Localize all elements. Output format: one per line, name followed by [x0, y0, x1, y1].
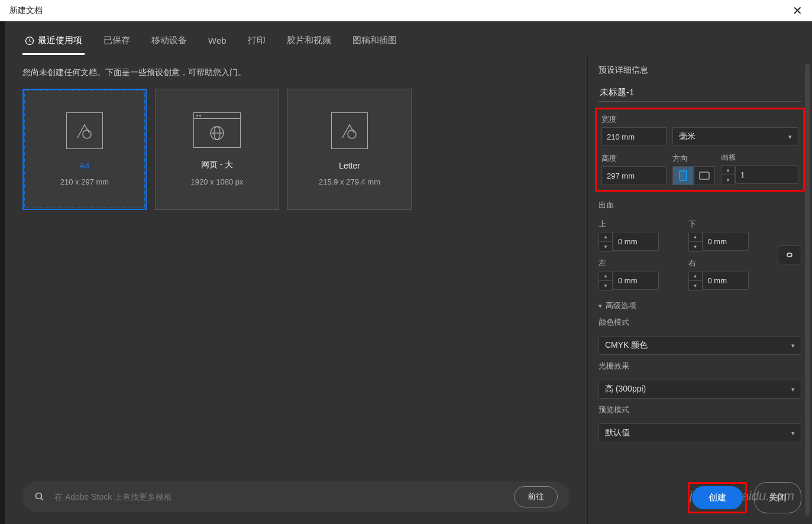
bleed-top-stepper[interactable]: ▲▼	[599, 232, 613, 252]
highlight-dimensions: 宽度 毫米 ▾ 高度 方向	[595, 108, 805, 192]
browser-icon	[193, 112, 241, 148]
link-bleed-button[interactable]	[778, 245, 801, 264]
preset-letter[interactable]: Letter 215.9 x 279.4 mm	[287, 89, 412, 210]
svg-rect-8	[680, 171, 687, 180]
tab-recent[interactable]: 最近使用项	[22, 30, 85, 55]
svg-point-1	[83, 130, 91, 138]
chevron-down-icon: ▾	[791, 386, 795, 393]
bleed-top-input[interactable]	[613, 232, 659, 251]
tab-label: 最近使用项	[38, 35, 82, 46]
bleed-right-input[interactable]	[703, 271, 749, 290]
preset-details-panel: 预设详细信息 宽度 毫米 ▾ 高度	[587, 56, 812, 524]
doc-icon	[66, 112, 103, 149]
preset-a4[interactable]: A4 210 x 297 mm	[22, 89, 147, 210]
chevron-down-icon: ▾	[791, 429, 795, 437]
window-title: 新建文档	[9, 5, 43, 16]
bleed-left-label: 左	[599, 258, 680, 269]
titlebar: 新建文档 ✕	[0, 0, 812, 21]
color-mode-label: 颜色模式	[599, 317, 801, 328]
tab-label: 胶片和视频	[287, 35, 331, 46]
tab-label: 已保存	[103, 35, 130, 46]
bleed-right-label: 右	[688, 258, 770, 269]
step-down[interactable]: ▼	[722, 175, 735, 185]
preset-area: 您尚未创建任何文档。下面是一些预设创意，可帮助您入门。 A4 210 x 297…	[5, 56, 587, 524]
svg-point-5	[348, 130, 356, 138]
bleed-top-label: 上	[599, 219, 680, 229]
tab-mobile[interactable]: 移动设备	[149, 30, 189, 55]
bleed-bottom-label: 下	[688, 219, 770, 229]
search-icon	[34, 491, 45, 502]
document-name-input[interactable]	[599, 84, 801, 102]
close-icon[interactable]: ✕	[792, 4, 803, 18]
step-up[interactable]: ▲	[722, 166, 735, 175]
height-input[interactable]	[601, 166, 667, 185]
preset-name: A4	[79, 161, 89, 170]
tab-film-video[interactable]: 胶片和视频	[284, 30, 334, 55]
preset-name: Letter	[339, 161, 360, 170]
preset-size: 1920 x 1080 px	[191, 177, 244, 186]
bleed-left-input[interactable]	[613, 271, 659, 290]
svg-line-7	[41, 499, 44, 501]
stock-search-bar: 前往	[22, 481, 570, 512]
create-button[interactable]: 创建	[692, 486, 743, 509]
width-label: 宽度	[601, 114, 798, 125]
tab-art-illustration[interactable]: 图稿和插图	[350, 30, 399, 55]
artboard-label: 画板	[721, 152, 798, 163]
doc-icon	[331, 112, 368, 149]
bleed-bottom-input[interactable]	[703, 232, 749, 251]
tab-label: 打印	[248, 35, 266, 46]
chevron-down-icon: ▾	[599, 302, 602, 310]
units-dropdown[interactable]: 毫米 ▾	[672, 127, 798, 146]
hint-text: 您尚未创建任何文档。下面是一些预设创意，可帮助您入门。	[22, 67, 570, 78]
details-heading: 预设详细信息	[599, 65, 801, 76]
preset-web-large[interactable]: 网页 - 大 1920 x 1080 px	[155, 89, 279, 210]
chevron-down-icon: ▾	[791, 342, 795, 350]
raster-label: 光栅效果	[599, 361, 801, 371]
preset-name: 网页 - 大	[201, 160, 233, 170]
bleed-left-stepper[interactable]: ▲▼	[599, 271, 613, 291]
units-value: 毫米	[679, 131, 695, 142]
advanced-label: 高级选项	[606, 300, 636, 311]
advanced-toggle[interactable]: ▾ 高级选项	[599, 300, 801, 311]
link-icon	[784, 250, 795, 260]
close-button[interactable]: 关闭	[754, 482, 801, 513]
highlight-create: 创建	[688, 482, 747, 513]
raster-dropdown[interactable]: 高 (300ppi) ▾	[599, 380, 801, 399]
color-mode-dropdown[interactable]: CMYK 颜色 ▾	[599, 336, 801, 355]
height-label: 高度	[601, 153, 667, 164]
raster-value: 高 (300ppi)	[605, 384, 646, 394]
scrollbar[interactable]	[805, 64, 810, 516]
preview-value: 默认值	[605, 428, 630, 438]
tab-label: Web	[208, 35, 227, 46]
clock-icon	[25, 36, 34, 46]
go-button[interactable]: 前往	[514, 486, 558, 507]
tab-print[interactable]: 打印	[245, 30, 268, 55]
preview-dropdown[interactable]: 默认值 ▾	[599, 423, 801, 442]
orientation-portrait[interactable]	[672, 166, 694, 185]
color-mode-value: CMYK 颜色	[605, 340, 648, 351]
preview-label: 预览模式	[599, 405, 801, 415]
tab-label: 图稿和插图	[352, 35, 397, 46]
preset-size: 210 x 297 mm	[60, 177, 109, 186]
svg-point-6	[36, 493, 42, 499]
width-input[interactable]	[601, 127, 667, 146]
tab-web[interactable]: Web	[206, 30, 229, 55]
svg-rect-9	[700, 172, 709, 179]
orientation-landscape[interactable]	[694, 166, 715, 185]
bleed-right-stepper[interactable]: ▲▼	[688, 271, 703, 291]
bleed-bottom-stepper[interactable]: ▲▼	[688, 232, 703, 252]
artboard-stepper[interactable]: ▲▼	[721, 165, 735, 185]
tab-label: 移动设备	[151, 35, 187, 46]
stock-search-input[interactable]	[54, 492, 504, 502]
category-tabs: 最近使用项 已保存 移动设备 Web 打印 胶片和视频 图稿和插图	[5, 21, 812, 56]
preset-size: 215.9 x 279.4 mm	[319, 177, 380, 186]
tab-saved[interactable]: 已保存	[101, 30, 132, 55]
orientation-label: 方向	[672, 153, 715, 164]
artboard-input[interactable]	[735, 165, 798, 184]
bleed-label: 出血	[599, 200, 801, 211]
chevron-down-icon: ▾	[788, 133, 792, 141]
